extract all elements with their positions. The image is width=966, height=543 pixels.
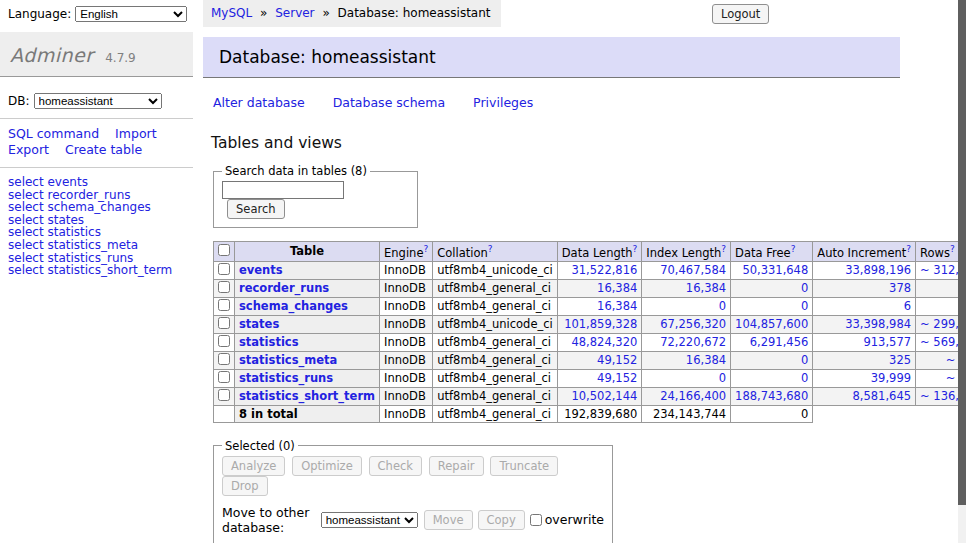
sidebar: Language:English Adminer 4.7.9 DB:homeas… (0, 0, 193, 277)
tables-list-table: Table Engine? Collation? Data Length? In… (213, 241, 966, 423)
select-all-checkbox[interactable] (218, 244, 230, 256)
check-button[interactable]: Check (369, 456, 422, 476)
database-links: Alter database Database schema Privilege… (213, 95, 903, 110)
search-input[interactable] (222, 181, 344, 199)
sidebar-item-select-events[interactable]: select events (8, 176, 193, 189)
col-header-index-length: Index Length? (642, 242, 731, 262)
copy-button[interactable]: Copy (478, 510, 525, 530)
selected-fieldset: Selected (0) Analyze Optimize Check Repa… (213, 439, 613, 543)
logout-button[interactable]: Logout (712, 4, 769, 24)
search-legend: Search data in tables (8) (222, 164, 370, 178)
row-checkbox[interactable] (218, 263, 230, 275)
breadcrumb-separator: » (260, 6, 267, 20)
overwrite-label: overwrite (545, 512, 604, 527)
sidebar-link-export[interactable]: Export (8, 142, 49, 157)
table-link[interactable]: statistics_runs (239, 371, 333, 385)
main-content: MySQL » Server » Database: homeassistant… (203, 0, 903, 543)
overwrite-checkbox[interactable] (530, 514, 542, 526)
auto-increment-help-icon[interactable]: ? (906, 244, 911, 254)
table-footer-row: 8 in total InnoDB utf8mb4_general_ci 192… (214, 405, 966, 422)
alter-database-link[interactable]: Alter database (213, 95, 305, 110)
drop-button[interactable]: Drop (222, 476, 268, 496)
table-link[interactable]: schema_changes (239, 299, 348, 313)
tables-and-views-heading: Tables and views (211, 134, 903, 152)
table-link[interactable]: statistics_meta (239, 353, 337, 367)
sidebar-divider-2 (0, 167, 193, 168)
breadcrumb-separator-2: » (322, 6, 329, 20)
table-row: events InnoDB utf8mb4_unicode_ci 31,522,… (214, 261, 966, 279)
table-link[interactable]: statistics_short_term (239, 389, 375, 403)
table-header-row: Table Engine? Collation? Data Length? In… (214, 242, 966, 262)
col-header-collation: Collation? (433, 242, 558, 262)
move-db-select[interactable]: homeassistant (321, 512, 418, 528)
row-checkbox[interactable] (218, 371, 230, 383)
search-fieldset: Search data in tables (8) Search (213, 164, 418, 228)
db-label: DB: (8, 94, 30, 108)
sidebar-item-select-statistics-meta[interactable]: select statistics_meta (8, 239, 193, 252)
sidebar-link-create-table[interactable]: Create table (65, 142, 142, 157)
language-row: Language:English (0, 0, 193, 22)
repair-button[interactable]: Repair (429, 456, 484, 476)
database-schema-link[interactable]: Database schema (333, 95, 445, 110)
breadcrumb-server-link[interactable]: Server (275, 6, 314, 20)
row-checkbox[interactable] (218, 389, 230, 401)
data-length-help-icon[interactable]: ? (633, 244, 638, 254)
sidebar-link-import[interactable]: Import (115, 126, 157, 141)
col-header-data-free: Data Free? (731, 242, 813, 262)
engine-help-icon[interactable]: ? (423, 244, 428, 254)
selected-legend: Selected (0) (222, 439, 298, 453)
row-checkbox[interactable] (218, 317, 230, 329)
total-label: 8 in total (235, 405, 380, 422)
app-title: Adminer 4.7.9 (0, 32, 193, 77)
scrollbar-thumb[interactable] (958, 0, 966, 505)
table-link[interactable]: statistics (239, 335, 299, 349)
table-link[interactable]: events (239, 263, 283, 277)
db-select[interactable]: homeassistant (34, 93, 162, 109)
rows-help-icon[interactable]: ? (950, 244, 955, 254)
table-row: states InnoDB utf8mb4_unicode_ci 101,859… (214, 315, 966, 333)
breadcrumb: MySQL » Server » Database: homeassistant (203, 0, 501, 27)
sidebar-tables-list: select events select recorder_runs selec… (8, 176, 193, 277)
privileges-link[interactable]: Privileges (473, 95, 533, 110)
sidebar-item-select-statistics-short-term[interactable]: select statistics_short_term (8, 264, 193, 277)
app-version: 4.7.9 (105, 51, 136, 65)
search-button[interactable]: Search (227, 199, 285, 219)
analyze-button[interactable]: Analyze (222, 456, 285, 476)
index-length-help-icon[interactable]: ? (721, 244, 726, 254)
table-row: recorder_runs InnoDB utf8mb4_general_ci … (214, 279, 966, 297)
row-checkbox[interactable] (218, 353, 230, 365)
db-selector-row: DB:homeassistant (8, 93, 193, 109)
truncate-button[interactable]: Truncate (490, 456, 558, 476)
breadcrumb-current: Database: homeassistant (338, 6, 491, 20)
sidebar-link-sql-command[interactable]: SQL command (8, 126, 99, 141)
table-row: statistics_runs InnoDB utf8mb4_general_c… (214, 369, 966, 387)
col-header-engine: Engine? (380, 242, 433, 262)
table-link[interactable]: recorder_runs (239, 281, 329, 295)
table-row: statistics_short_term InnoDB utf8mb4_gen… (214, 387, 966, 405)
collation-help-icon[interactable]: ? (488, 244, 493, 254)
col-header-data-length: Data Length? (557, 242, 642, 262)
move-row: Move to other database: homeassistant Mo… (222, 505, 604, 535)
move-button[interactable]: Move (424, 510, 473, 530)
table-row: statistics_meta InnoDB utf8mb4_general_c… (214, 351, 966, 369)
sidebar-divider (0, 118, 193, 119)
selected-buttons: Analyze Optimize Check Repair Truncate D… (222, 456, 604, 496)
move-label: Move to other database: (222, 505, 315, 535)
row-checkbox[interactable] (218, 335, 230, 347)
row-checkbox[interactable] (218, 299, 230, 311)
language-label: Language: (8, 7, 71, 21)
col-header-table: Table (235, 242, 380, 262)
row-checkbox[interactable] (218, 281, 230, 293)
language-select[interactable]: English (75, 6, 187, 22)
table-row: schema_changes InnoDB utf8mb4_general_ci… (214, 297, 966, 315)
app-name: Adminer (10, 44, 94, 66)
sidebar-item-select-schema-changes[interactable]: select schema_changes (8, 201, 193, 214)
table-link[interactable]: states (239, 317, 279, 331)
optimize-button[interactable]: Optimize (292, 456, 362, 476)
vertical-scrollbar[interactable] (958, 0, 966, 543)
sidebar-actions: SQL commandImport ExportCreate table (8, 126, 193, 158)
col-header-auto-increment: Auto Increment? (813, 242, 916, 262)
overwrite-option: overwrite (530, 512, 604, 527)
data-free-help-icon[interactable]: ? (791, 244, 796, 254)
breadcrumb-mysql-link[interactable]: MySQL (211, 6, 252, 20)
